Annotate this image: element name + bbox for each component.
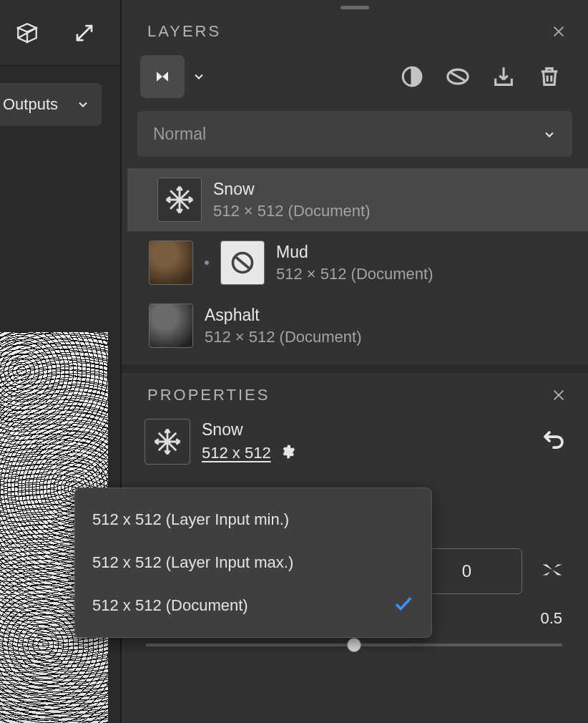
layer-thumbnail: [149, 304, 193, 348]
layer-row-mud[interactable]: Mud 512 × 512 (Document): [122, 231, 588, 294]
outputs-label: Outputs: [3, 95, 58, 114]
resolution-option[interactable]: 512 x 512 (Layer Input min.): [75, 498, 431, 541]
property-layer-name: Snow: [202, 420, 295, 440]
snowflake-icon: [157, 178, 202, 222]
chevron-down-icon[interactable]: [192, 69, 206, 84]
layers-title: LAYERS: [147, 22, 221, 41]
property-dims-row: 512 x 512: [202, 444, 295, 462]
blend-mode-value: Normal: [153, 125, 206, 144]
properties-title: PROPERTIES: [147, 386, 270, 404]
layer-name: Mud: [276, 243, 433, 262]
properties-body: Snow 512 x 512: [122, 413, 588, 465]
properties-header-row: Snow 512 x 512: [144, 419, 567, 465]
panel-divider: [122, 364, 588, 373]
blend-mode-select[interactable]: Normal: [137, 111, 572, 157]
layer-name: Snow: [213, 180, 371, 199]
layer-dims: 512 × 512 (Document): [276, 265, 433, 283]
close-icon[interactable]: [551, 387, 567, 403]
close-icon[interactable]: [551, 24, 567, 39]
resolution-link[interactable]: 512 x 512: [202, 444, 271, 462]
expand-icon[interactable]: [70, 19, 99, 47]
layer-dims: 512 × 512 (Document): [213, 202, 371, 220]
layer-mode-button[interactable]: [140, 55, 185, 98]
resolution-option[interactable]: 512 x 512 (Document): [75, 584, 431, 627]
left-icon-row: [0, 0, 122, 66]
layer-name: Asphalt: [205, 306, 362, 325]
layers-toolbar: [122, 49, 588, 111]
right-panel: LAYERS Normal Snow 512 × 512 (Document): [122, 0, 588, 723]
mask-icon[interactable]: [441, 59, 475, 94]
gear-icon[interactable]: [280, 444, 295, 462]
resolution-option-label: 512 x 512 (Layer Input max.): [92, 553, 293, 572]
reset-icon[interactable]: [541, 419, 567, 455]
layer-text: Snow 512 × 512 (Document): [213, 180, 371, 220]
layer-dims: 512 × 512 (Document): [205, 328, 362, 346]
mask-link-dot: [205, 261, 209, 265]
opacity-value: 0.5: [540, 609, 562, 628]
chevron-down-icon: [542, 127, 557, 141]
slider-thumb[interactable]: [347, 638, 361, 652]
layers-list: Snow 512 × 512 (Document) Mud 512 × 512 …: [122, 168, 588, 364]
layer-row-asphalt[interactable]: Asphalt 512 × 512 (Document): [122, 294, 588, 357]
resolution-option-label: 512 x 512 (Layer Input min.): [92, 510, 289, 529]
resolution-option-label: 512 x 512 (Document): [92, 596, 248, 615]
resolution-menu: 512 x 512 (Layer Input min.) 512 x 512 (…: [74, 487, 432, 638]
layer-text: Asphalt 512 × 512 (Document): [205, 306, 362, 346]
snowflake-icon: [144, 419, 190, 465]
outputs-dropdown[interactable]: Outputs: [0, 83, 102, 126]
properties-panel: PROPERTIES Snow 512 x 512: [122, 373, 588, 723]
layer-thumbnail: [149, 241, 193, 285]
chevron-down-icon: [76, 97, 90, 112]
shuffle-icon[interactable]: [539, 557, 565, 586]
checkmark-icon: [393, 593, 414, 618]
trash-icon[interactable]: [532, 59, 567, 94]
properties-text: Snow 512 x 512: [202, 419, 295, 462]
layer-mask-thumbnail[interactable]: [220, 241, 265, 285]
layer-text: Mud 512 × 512 (Document): [276, 243, 433, 283]
layer-row-snow[interactable]: Snow 512 × 512 (Document): [127, 168, 588, 231]
resolution-option[interactable]: 512 x 512 (Layer Input max.): [75, 541, 431, 584]
layers-panel-header: LAYERS: [122, 9, 588, 49]
properties-panel-header: PROPERTIES: [122, 373, 588, 413]
contrast-icon[interactable]: [395, 59, 429, 94]
export-icon[interactable]: [486, 59, 521, 94]
cube-icon[interactable]: [13, 19, 41, 47]
